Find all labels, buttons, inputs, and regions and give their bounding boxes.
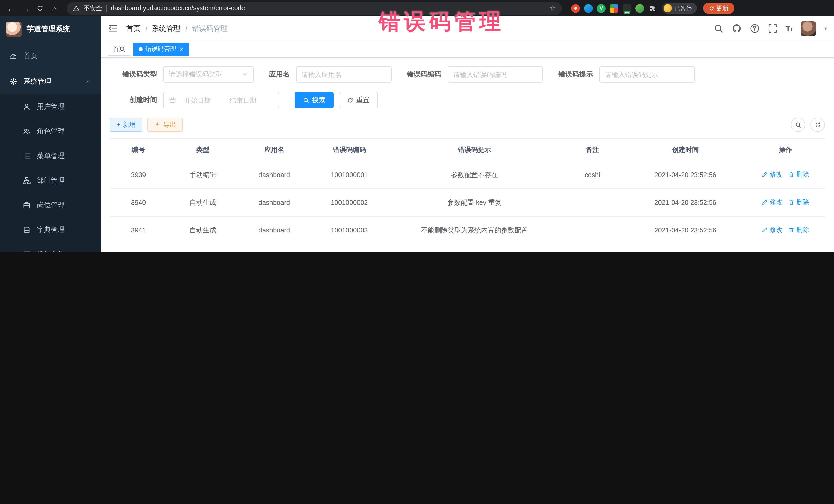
edit-link[interactable]: 修改 bbox=[762, 226, 783, 235]
browser-update-button[interactable]: 更新 bbox=[703, 3, 734, 14]
cell-id: 3940 bbox=[110, 189, 167, 216]
cell-type: 自动生成 bbox=[167, 216, 239, 244]
extension-icon[interactable]: on bbox=[622, 4, 631, 13]
cell-remark: ceshi bbox=[560, 161, 624, 189]
col-created: 创建时间 bbox=[624, 138, 746, 161]
extension-icon[interactable] bbox=[610, 4, 618, 13]
tab-label: 首页 bbox=[113, 45, 125, 53]
cell-created: 2021-04-20 23:52:56 bbox=[624, 216, 746, 244]
filter-row-2: 创建时间 - 搜索 bbox=[110, 92, 825, 108]
cell-actions: 修改删除 bbox=[746, 244, 825, 252]
app-name-input[interactable] bbox=[302, 70, 386, 78]
fullscreen-icon[interactable] bbox=[768, 24, 777, 34]
reset-button[interactable]: 重置 bbox=[339, 92, 378, 108]
date-start-input[interactable] bbox=[179, 96, 216, 104]
toggle-search-icon[interactable] bbox=[791, 117, 805, 132]
error-code-table: 编号 类型 应用名 错误码编码 错误码提示 备注 创建时间 操作 3939手动编… bbox=[110, 138, 825, 252]
col-code: 错误码编码 bbox=[310, 138, 389, 161]
extension-icon[interactable] bbox=[635, 4, 644, 13]
sidebar-item[interactable]: 通知公告 bbox=[0, 242, 101, 252]
back-button[interactable]: ← bbox=[5, 2, 18, 14]
help-icon[interactable] bbox=[750, 24, 759, 34]
sidebar-item-label: 用户管理 bbox=[37, 102, 65, 111]
font-size-icon[interactable]: TT bbox=[786, 24, 792, 33]
col-msg: 错误码提示 bbox=[389, 138, 561, 161]
table-row: 3941自动生成dashboard1001000003不能删除类型为系统内置的参… bbox=[110, 216, 825, 244]
export-button[interactable]: 导出 bbox=[148, 117, 183, 132]
delete-link[interactable]: 删除 bbox=[789, 226, 809, 235]
extension-icon[interactable] bbox=[584, 4, 593, 13]
sidebar-item[interactable]: 角色管理 bbox=[0, 119, 101, 144]
select-placeholder: 请选择错误码类型 bbox=[169, 70, 222, 79]
sidebar-item-label: 首页 bbox=[24, 51, 38, 61]
sidebar: 芋道管理系统 首页系统管理用户管理角色管理菜单管理部门管理岗位管理字典管理通知公… bbox=[0, 17, 101, 252]
github-icon[interactable] bbox=[731, 24, 741, 34]
page-content: 错误码类型 请选择错误码类型 应用名 bbox=[101, 58, 834, 252]
date-end-input[interactable] bbox=[224, 96, 262, 104]
error-msg-input[interactable] bbox=[605, 70, 689, 78]
error-code-input[interactable] bbox=[453, 70, 537, 78]
breadcrumb-separator: / bbox=[145, 24, 147, 32]
cell-msg: 不允许获取敏感配置到前端 bbox=[389, 244, 561, 252]
security-label[interactable]: 不安全 bbox=[84, 4, 102, 13]
sidebar-item[interactable]: 菜单管理 bbox=[0, 144, 101, 168]
filter-error-code: 错误码编码 bbox=[407, 66, 543, 83]
extension-icon[interactable] bbox=[571, 4, 580, 13]
edit-link[interactable]: 修改 bbox=[762, 198, 783, 207]
cell-app: dashboard bbox=[238, 244, 310, 252]
sidebar-item[interactable]: 岗位管理 bbox=[0, 193, 101, 218]
cell-remark bbox=[560, 244, 624, 252]
tab-home[interactable]: 首页 bbox=[108, 42, 130, 56]
home-button[interactable]: ⌂ bbox=[48, 2, 61, 14]
edit-link[interactable]: 修改 bbox=[762, 170, 783, 179]
dashboard-icon bbox=[9, 52, 18, 60]
delete-link[interactable]: 删除 bbox=[789, 170, 809, 179]
sidebar-item-label: 岗位管理 bbox=[37, 201, 65, 210]
puzzle-extensions-icon[interactable] bbox=[648, 4, 657, 13]
topbar-actions: TT ▾ bbox=[714, 21, 827, 36]
date-range-picker[interactable]: - bbox=[163, 92, 279, 108]
add-button[interactable]: + 新增 bbox=[110, 117, 142, 132]
sidebar-item[interactable]: 字典管理 bbox=[0, 218, 101, 242]
search-icon[interactable] bbox=[714, 24, 723, 34]
col-id: 编号 bbox=[110, 138, 167, 161]
sidebar-item[interactable]: 系统管理 bbox=[0, 69, 101, 94]
sidebar-item-label: 系统管理 bbox=[24, 77, 51, 86]
user-avatar[interactable] bbox=[800, 21, 816, 36]
search-button[interactable]: 搜索 bbox=[294, 92, 334, 108]
sidebar-item-label: 菜单管理 bbox=[37, 151, 65, 161]
breadcrumb-home[interactable]: 首页 bbox=[126, 24, 140, 33]
bookmark-star-icon[interactable]: ☆ bbox=[549, 4, 556, 12]
app-logo[interactable]: 芋道管理系统 bbox=[0, 17, 101, 42]
sidebar-item[interactable]: 首页 bbox=[0, 43, 101, 69]
chevron-up-icon bbox=[85, 79, 91, 85]
chevron-down-icon[interactable]: ▾ bbox=[824, 26, 827, 31]
profile-avatar-icon bbox=[664, 4, 672, 12]
sidebar-item-label: 角色管理 bbox=[37, 127, 65, 136]
collapse-sidebar-icon[interactable] bbox=[108, 23, 119, 34]
screenshot-root: ← → ⌂ 不安全 dashboard.yudao.iocoder.cn/sys… bbox=[0, 0, 834, 252]
col-app: 应用名 bbox=[238, 138, 310, 161]
forward-button[interactable]: → bbox=[20, 2, 32, 14]
profile-paused-badge[interactable]: 已暂停 bbox=[662, 3, 697, 14]
sidebar-item[interactable]: 用户管理 bbox=[0, 94, 101, 119]
tab-error-code[interactable]: 错误码管理 × bbox=[133, 42, 189, 56]
filter-app-name: 应用名 bbox=[269, 66, 391, 83]
error-type-select[interactable]: 请选择错误码类型 bbox=[163, 66, 254, 83]
trash-icon bbox=[789, 172, 795, 178]
refresh-icon[interactable] bbox=[810, 117, 825, 132]
close-tab-icon[interactable]: × bbox=[180, 46, 183, 52]
cell-msg: 参数配置 key 重复 bbox=[389, 189, 561, 216]
cell-actions: 修改删除 bbox=[746, 189, 825, 216]
filter-label: 错误码提示 bbox=[558, 70, 599, 79]
reload-button[interactable] bbox=[34, 2, 46, 14]
breadcrumb: 首页 / 系统管理 / 错误码管理 bbox=[126, 24, 228, 33]
dict-icon bbox=[23, 226, 31, 234]
sidebar-item[interactable]: 部门管理 bbox=[0, 168, 101, 193]
cell-type: 自动生成 bbox=[167, 244, 239, 252]
cell-remark bbox=[560, 216, 624, 244]
breadcrumb-system[interactable]: 系统管理 bbox=[152, 24, 181, 33]
extension-icon[interactable]: V bbox=[597, 4, 606, 13]
cell-id: 3942 bbox=[110, 244, 167, 252]
delete-link[interactable]: 删除 bbox=[789, 198, 809, 207]
